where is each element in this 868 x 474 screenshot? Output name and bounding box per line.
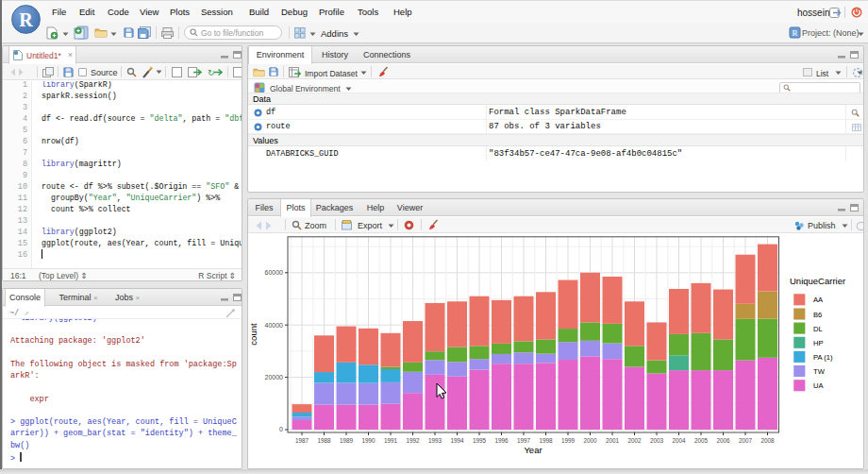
svg-text:1999: 1999	[561, 437, 576, 444]
svg-text:1993: 1993	[428, 437, 442, 444]
svg-text:HP: HP	[813, 339, 824, 347]
svg-text:1995: 1995	[473, 437, 487, 444]
svg-text:1996: 1996	[494, 437, 509, 444]
svg-text:1991: 1991	[384, 437, 398, 444]
svg-text:UniqueCarrier: UniqueCarrier	[790, 276, 845, 286]
svg-text:2002: 2002	[627, 437, 642, 444]
svg-text:2001: 2001	[606, 437, 620, 444]
svg-text:1989: 1989	[340, 437, 354, 444]
svg-text:AA: AA	[813, 296, 824, 304]
svg-text:0: 0	[279, 426, 283, 432]
svg-text:B6: B6	[813, 311, 822, 319]
svg-text:1992: 1992	[406, 437, 420, 444]
svg-text:40000: 40000	[265, 322, 284, 329]
svg-text:60000: 60000	[265, 269, 284, 276]
svg-text:1997: 1997	[517, 437, 531, 444]
svg-text:1988: 1988	[317, 437, 331, 444]
svg-text:1998: 1998	[539, 437, 553, 444]
svg-text:2005: 2005	[694, 437, 709, 444]
svg-text:UA: UA	[813, 381, 824, 390]
svg-text:Year: Year	[524, 445, 542, 455]
svg-text:2006: 2006	[716, 437, 730, 444]
svg-text:1987: 1987	[295, 437, 309, 444]
svg-text:20000: 20000	[265, 374, 284, 381]
svg-text:DL: DL	[813, 325, 823, 333]
svg-text:2007: 2007	[739, 437, 753, 444]
svg-text:2003: 2003	[650, 437, 664, 444]
svg-text:1990: 1990	[361, 437, 376, 444]
svg-text:2000: 2000	[583, 437, 597, 444]
svg-text:2008: 2008	[760, 437, 775, 444]
svg-text:TW: TW	[813, 367, 826, 376]
svg-text:PA (1): PA (1)	[813, 353, 833, 362]
svg-text:↻: ↻	[208, 68, 215, 77]
svg-text:count: count	[248, 323, 259, 346]
svg-text:R: R	[792, 28, 797, 38]
svg-text:2004: 2004	[672, 437, 686, 444]
svg-text:1994: 1994	[450, 437, 464, 444]
